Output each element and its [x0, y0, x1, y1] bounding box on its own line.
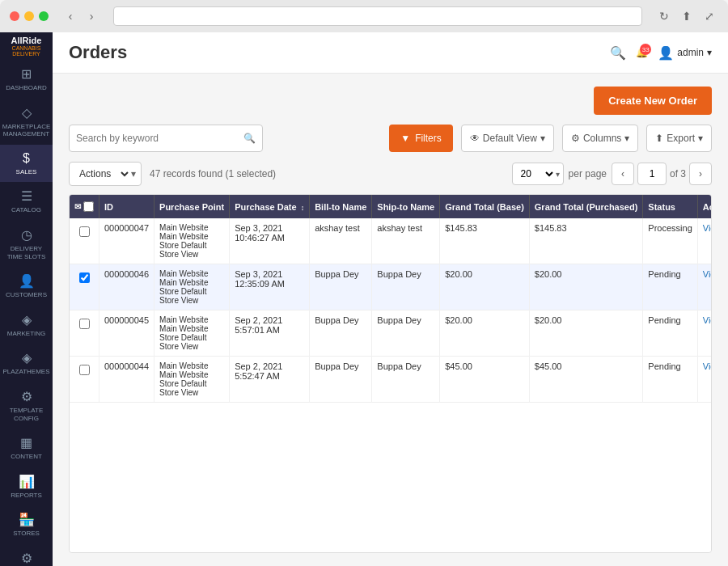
- system-icon: ⚙: [21, 551, 32, 566]
- sidebar-item-sales[interactable]: $ SALES: [0, 145, 53, 183]
- row-bill-to-name: Buppa Dey: [310, 310, 372, 357]
- th-purchase-point[interactable]: Purchase Point: [154, 195, 230, 218]
- sidebar-item-template[interactable]: ⚙ TEMPLATE CONFIG: [0, 382, 53, 429]
- user-dropdown-icon: ▾: [707, 47, 712, 58]
- close-button[interactable]: [10, 11, 19, 21]
- view-link[interactable]: View: [703, 223, 712, 233]
- eye-icon: 👁: [470, 133, 480, 144]
- orders-table: ✉ ID Purchase Point Purchase Date ↕ Bill…: [70, 195, 712, 403]
- th-purchase-date[interactable]: Purchase Date ↕: [230, 195, 310, 218]
- user-name: admin: [677, 47, 704, 58]
- prev-page-button[interactable]: ‹: [612, 163, 634, 185]
- sidebar-item-stores[interactable]: 🏪 STORES: [0, 505, 53, 544]
- th-ship-to-name[interactable]: Ship-to Name: [372, 195, 440, 218]
- row-action: View: [697, 310, 712, 357]
- row-checkbox-cell: [70, 357, 99, 403]
- table-row: 000000044 Main Website Main Website Stor…: [70, 357, 712, 403]
- app-wrapper: AllRide CANNABIS DELIVERY ⊞ DASHBOARD ◇ …: [0, 32, 728, 566]
- marketplace-icon: ◇: [22, 105, 32, 120]
- sidebar-item-delivery[interactable]: ◷ DELIVERY TIME SLOTS: [0, 221, 53, 267]
- fullscreen-icon[interactable]: ⤢: [700, 7, 718, 25]
- sidebar-item-reports[interactable]: 📊 REPORTS: [0, 467, 53, 506]
- template-icon: ⚙: [21, 389, 32, 404]
- address-bar[interactable]: [113, 6, 642, 26]
- search-input[interactable]: [76, 133, 243, 144]
- actions-select[interactable]: Actions: [70, 163, 131, 185]
- row-id: 000000046: [99, 264, 154, 310]
- row-bill-to-name: Buppa Dey: [310, 264, 372, 310]
- th-bill-to-name[interactable]: Bill-to Name: [310, 195, 372, 218]
- export-button[interactable]: ⬆ Export ▾: [646, 125, 712, 152]
- search-submit-icon[interactable]: 🔍: [243, 133, 256, 144]
- row-grand-total-base: $45.00: [440, 357, 530, 403]
- row-checkbox[interactable]: [79, 319, 90, 329]
- sidebar-item-dashboard[interactable]: ⊞ DASHBOARD: [0, 60, 53, 99]
- notification-button[interactable]: 🔔 33: [636, 47, 648, 58]
- row-grand-total-base: $20.00: [440, 310, 530, 357]
- row-id: 000000047: [99, 218, 154, 264]
- browser-chrome: ‹ › ↻ ⬆ ⤢: [0, 0, 728, 32]
- sidebar-item-marketing[interactable]: ◈ MARKETING: [0, 306, 53, 344]
- th-action[interactable]: Action: [697, 195, 712, 218]
- row-checkbox[interactable]: [79, 272, 90, 283]
- row-status: Pending: [643, 357, 697, 403]
- back-button[interactable]: ‹: [61, 7, 79, 25]
- default-view-button[interactable]: 👁 Default View ▾: [461, 125, 554, 152]
- table-row: 000000046 Main Website Main Website Stor…: [70, 264, 712, 310]
- per-page-dropdown-icon: ▾: [556, 170, 563, 179]
- next-page-button[interactable]: ›: [689, 163, 712, 185]
- sidebar-label-plazathemes: PLAZATHEMES: [2, 368, 49, 376]
- forward-button[interactable]: ›: [83, 7, 100, 25]
- row-grand-total-purchased: $20.00: [529, 310, 643, 357]
- share-icon[interactable]: ⬆: [678, 7, 696, 25]
- reports-icon: 📊: [19, 474, 35, 489]
- sidebar-label-template: TEMPLATE CONFIG: [3, 407, 49, 422]
- view-link[interactable]: View: [703, 269, 712, 279]
- th-grand-total-purchased[interactable]: Grand Total (Purchased): [529, 195, 643, 218]
- th-status[interactable]: Status: [643, 195, 697, 218]
- row-checkbox[interactable]: [79, 365, 90, 375]
- row-purchase-point: Main Website Main Website Store Default …: [154, 264, 230, 310]
- filters-button[interactable]: ▼ Filters: [389, 125, 453, 152]
- minimize-button[interactable]: [24, 11, 34, 21]
- columns-button[interactable]: ⚙ Columns ▾: [562, 125, 638, 152]
- view-link[interactable]: View: [703, 361, 712, 371]
- maximize-button[interactable]: [39, 11, 49, 21]
- th-id[interactable]: ID: [99, 195, 154, 218]
- logo-text: AllRide: [11, 36, 42, 45]
- row-purchase-point: Main Website Main Website Store Default …: [154, 357, 230, 403]
- sidebar-item-customers[interactable]: 👤 CUSTOMERS: [0, 267, 53, 306]
- reload-icon[interactable]: ↻: [655, 7, 673, 25]
- row-checkbox-cell: [70, 310, 99, 357]
- row-checkbox[interactable]: [79, 226, 90, 237]
- sidebar-item-content[interactable]: ▦ CONTENT: [0, 429, 53, 467]
- main-content: Orders 🔍 🔔 33 👤 admin ▾ Create New Order: [53, 32, 728, 566]
- user-avatar-icon: 👤: [658, 45, 674, 61]
- sidebar-item-plazathemes[interactable]: ◈ PLAZATHEMES: [0, 344, 53, 382]
- filter-icon: ▼: [400, 133, 410, 144]
- sidebar-item-catalog[interactable]: ☰ CATALOG: [0, 182, 53, 221]
- th-grand-total-base[interactable]: Grand Total (Base): [440, 195, 530, 218]
- sidebar-label-sales: SALES: [16, 168, 37, 176]
- user-menu-button[interactable]: 👤 admin ▾: [658, 45, 712, 61]
- row-grand-total-base: $20.00: [440, 264, 530, 310]
- row-action: View: [697, 218, 712, 264]
- row-ship-to-name: Buppa Dey: [372, 357, 440, 403]
- sidebar-item-marketplace[interactable]: ◇ MARKETPLACE MANAGEMENT: [0, 99, 53, 145]
- view-link[interactable]: View: [703, 315, 712, 325]
- row-purchase-date: Sep 3, 2021 10:46:27 AM: [230, 218, 310, 264]
- row-ship-to-name: Buppa Dey: [372, 310, 440, 357]
- page-number-input[interactable]: [637, 163, 667, 185]
- table-body: 000000047 Main Website Main Website Stor…: [70, 218, 712, 403]
- select-all-checkbox[interactable]: [83, 201, 94, 212]
- table-row: 000000047 Main Website Main Website Stor…: [70, 218, 712, 264]
- per-page-select[interactable]: 20 50 100: [513, 167, 556, 180]
- row-purchase-point: Main Website Main Website Store Default …: [154, 218, 230, 264]
- row-purchase-date: Sep 2, 2021 5:57:01 AM: [230, 310, 310, 357]
- per-page-select-wrapper: 20 50 100 ▾: [512, 163, 564, 185]
- page-of-label: of 3: [670, 168, 686, 180]
- page-header: Orders 🔍 🔔 33 👤 admin ▾: [53, 32, 728, 74]
- sidebar-item-system[interactable]: ⚙ SYSTEM: [0, 544, 53, 566]
- header-search-icon[interactable]: 🔍: [610, 45, 626, 61]
- create-new-order-button[interactable]: Create New Order: [594, 87, 712, 115]
